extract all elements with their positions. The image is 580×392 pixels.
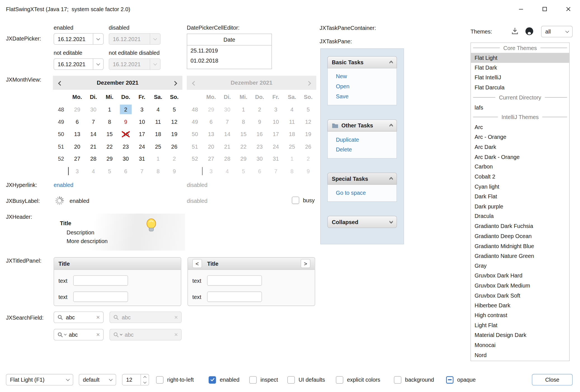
calendar-day-cell[interactable]: 8 bbox=[102, 116, 118, 128]
theme-list-item[interactable]: Light Flat bbox=[471, 320, 569, 330]
taskpane-link[interactable]: Save bbox=[336, 93, 397, 100]
calendar-day-cell[interactable]: 4 bbox=[85, 165, 102, 177]
calendar-day-cell[interactable]: 1 bbox=[102, 103, 118, 116]
calendar-day-cell[interactable]: 1 bbox=[150, 153, 166, 165]
theme-list-item[interactable]: Arc bbox=[471, 122, 569, 132]
taskpane-link[interactable]: Go to space bbox=[336, 189, 397, 196]
taskpane-header-other-tasks[interactable]: Other Tasks bbox=[327, 119, 397, 132]
scale-combobox[interactable]: default bbox=[79, 374, 116, 386]
hyperlink-enabled[interactable]: enabled bbox=[54, 182, 74, 188]
calendar-day-cell[interactable]: 24 bbox=[134, 140, 150, 153]
theme-list-item[interactable]: Gradianto Nature Green bbox=[471, 251, 569, 261]
calendar-day-cell[interactable]: 19 bbox=[166, 128, 182, 140]
calendar-day-cell[interactable]: 18 bbox=[150, 128, 166, 140]
theme-list-item[interactable]: Flat Light bbox=[471, 53, 569, 63]
theme-list-item[interactable]: Dark purple bbox=[471, 201, 569, 211]
checkbox-opaque[interactable]: opaque bbox=[446, 374, 476, 386]
datepicker-enabled[interactable]: 16.12.2021 bbox=[54, 33, 104, 45]
calendar-day-cell[interactable]: 23 bbox=[118, 140, 134, 153]
theme-list-item[interactable]: Material Design Dark bbox=[471, 330, 569, 340]
minimize-button[interactable] bbox=[509, 0, 533, 18]
taskpane-link[interactable]: Delete bbox=[336, 146, 397, 153]
calendar-day-cell[interactable]: 13 bbox=[69, 128, 85, 140]
calendar-next-button[interactable] bbox=[173, 80, 176, 86]
calendar-day-cell[interactable]: 30 bbox=[118, 153, 134, 165]
theme-list-item[interactable]: lafs bbox=[471, 102, 569, 112]
theme-list-item[interactable]: Hiberbee Dark bbox=[471, 300, 569, 310]
theme-list-item[interactable]: Cyan light bbox=[471, 182, 569, 191]
calendar-day-cell[interactable]: 2 bbox=[166, 153, 182, 165]
calendar-day-cell[interactable]: 22 bbox=[102, 140, 118, 153]
theme-list-item[interactable]: Flat IntelliJ bbox=[471, 73, 569, 82]
theme-list-item[interactable]: Carbon bbox=[471, 162, 569, 172]
taskpane-link[interactable]: Open bbox=[336, 83, 397, 90]
table-row[interactable]: 25.11.2019 bbox=[187, 46, 272, 56]
taskpane-link[interactable]: New bbox=[336, 73, 397, 80]
calendar-day-cell[interactable]: 3 bbox=[134, 103, 150, 116]
calendar-day-cell[interactable]: 30 bbox=[85, 103, 102, 116]
text-field[interactable] bbox=[207, 275, 262, 286]
checkbox-inspect[interactable]: inspect bbox=[249, 374, 278, 386]
text-field[interactable] bbox=[73, 292, 128, 302]
calendar-day-cell[interactable]: 8 bbox=[150, 165, 166, 177]
checkbox-background[interactable]: background bbox=[394, 374, 434, 386]
spinner-up-button[interactable] bbox=[141, 374, 149, 380]
theme-list-item[interactable]: Flat Dark bbox=[471, 63, 569, 72]
theme-list-item[interactable]: Gradianto Dark Fuchsia bbox=[471, 221, 569, 231]
searchfield-enabled[interactable]: abc × bbox=[54, 312, 104, 323]
theme-list-item[interactable]: High contrast bbox=[471, 310, 569, 320]
theme-list-item[interactable]: Gruvbox Dark Hard bbox=[471, 271, 569, 281]
calendar-day-cell[interactable]: 27 bbox=[69, 153, 85, 165]
titledpanel-right-button[interactable]: > bbox=[301, 259, 310, 268]
theme-list-item[interactable]: Cobalt 2 bbox=[471, 172, 569, 181]
font-size-spinner[interactable]: 12 bbox=[122, 374, 149, 386]
datepicker-dropdown-button[interactable] bbox=[93, 34, 103, 44]
checkbox-enabled[interactable]: enabled bbox=[209, 374, 239, 386]
checkbox-right-to-left[interactable]: right-to-left bbox=[156, 374, 194, 386]
calendar-day-cell[interactable]: 12 bbox=[166, 116, 182, 128]
maximize-button[interactable] bbox=[533, 0, 557, 18]
titledpanel-left-button[interactable]: < bbox=[192, 259, 202, 268]
search-input[interactable]: abc bbox=[66, 314, 93, 320]
search-input[interactable]: abc bbox=[69, 331, 94, 338]
calendar-day-cell[interactable]: 14 bbox=[85, 128, 102, 140]
theme-list-item[interactable]: Arc - Orange bbox=[471, 132, 569, 142]
calendar-day-cell[interactable]: 26 bbox=[166, 140, 182, 153]
close-button[interactable]: Close bbox=[532, 374, 572, 386]
calendar-day-cell[interactable]: 6 bbox=[118, 165, 134, 177]
datepicker-not-editable[interactable]: 16.12.2021 bbox=[54, 58, 104, 70]
datepicker-dropdown-button[interactable] bbox=[93, 59, 103, 69]
theme-list-item[interactable]: Flat Darcula bbox=[471, 82, 569, 92]
calendar-day-cell[interactable]: 4 bbox=[150, 103, 166, 116]
calendar-day-cell[interactable]: 7 bbox=[134, 165, 150, 177]
calendar-day-cell[interactable]: 17 bbox=[134, 128, 150, 140]
github-button[interactable] bbox=[525, 26, 534, 37]
theme-list-item[interactable]: Dark Flat bbox=[471, 191, 569, 201]
calendar-day-cell[interactable]: 20 bbox=[69, 140, 85, 153]
table-row[interactable]: 01.02.2018 bbox=[187, 55, 272, 65]
calendar-day-cell[interactable]: 31 bbox=[134, 153, 150, 165]
calendar-day-cell[interactable]: 25 bbox=[150, 140, 166, 153]
download-themes-button[interactable] bbox=[511, 27, 519, 36]
spinner-down-button[interactable] bbox=[141, 380, 149, 385]
calendar-day-cell[interactable]: 2 bbox=[118, 103, 134, 116]
text-field[interactable] bbox=[73, 275, 128, 286]
calendar-day-cell[interactable]: 6 bbox=[69, 116, 85, 128]
calendar-day-cell[interactable]: 9 bbox=[166, 165, 182, 177]
laf-combobox[interactable]: Flat Light (F1) bbox=[6, 374, 73, 386]
theme-list-item[interactable]: Gradianto Midnight Blue bbox=[471, 241, 569, 251]
calendar-day-cell[interactable]: 7 bbox=[85, 116, 102, 128]
calendar-day-cell[interactable]: 10 bbox=[134, 116, 150, 128]
checkbox-busy[interactable]: busy bbox=[292, 194, 315, 206]
calendar-day-cell[interactable]: 11 bbox=[150, 116, 166, 128]
theme-list-item[interactable]: Gruvbox Dark Soft bbox=[471, 291, 569, 300]
close-window-button[interactable] bbox=[556, 0, 580, 18]
checkbox-explicit-colors[interactable]: explicit colors bbox=[336, 374, 380, 386]
calendar-day-cell[interactable]: 28 bbox=[85, 153, 102, 165]
theme-list-item[interactable]: Dracula bbox=[471, 211, 569, 221]
themes-filter-combobox[interactable]: all bbox=[541, 26, 572, 37]
clear-icon[interactable]: × bbox=[96, 331, 100, 338]
calendar-day-cell[interactable]: 29 bbox=[69, 103, 85, 116]
calendar-day-cell[interactable]: 3 bbox=[69, 165, 85, 177]
calendar-day-cell[interactable]: 21 bbox=[85, 140, 102, 153]
